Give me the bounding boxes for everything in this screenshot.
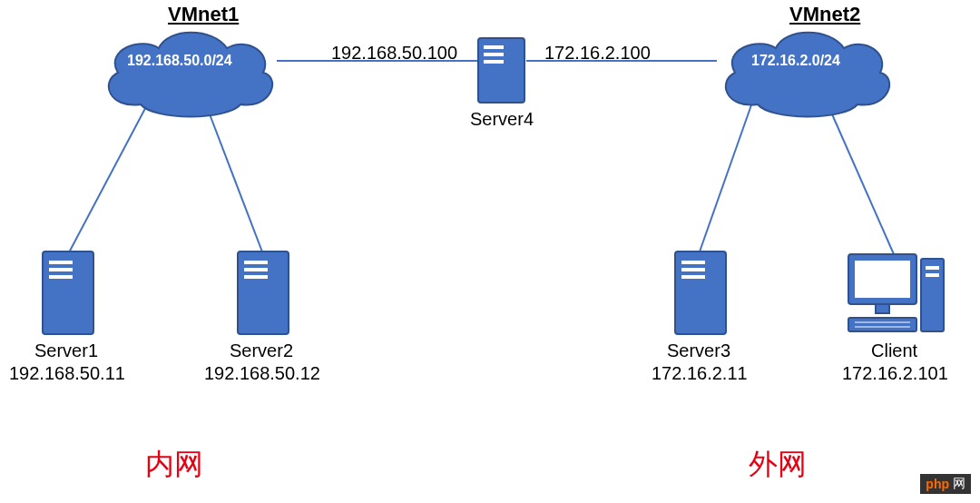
svg-line-5 <box>826 100 894 254</box>
vmnet2-title: VMnet2 <box>789 3 860 26</box>
svg-rect-24 <box>926 273 939 277</box>
cloud-vmnet2 <box>708 23 898 123</box>
server4-right-ip: 172.16.2.100 <box>544 43 651 64</box>
server1-icon <box>41 250 95 336</box>
client-name: Client <box>871 340 917 361</box>
server3-icon <box>673 250 728 336</box>
svg-line-1 <box>204 100 263 254</box>
server2-icon <box>236 250 290 336</box>
svg-rect-26 <box>855 261 910 298</box>
svg-rect-7 <box>484 45 504 49</box>
cloud-vmnet1 <box>91 23 281 123</box>
zone-right-label: 外网 <box>749 445 807 485</box>
server2-ip: 192.168.50.12 <box>204 363 320 384</box>
vmnet1-cidr: 192.168.50.0/24 <box>127 53 232 69</box>
svg-rect-19 <box>681 261 705 264</box>
watermark-suffix: 网 <box>953 476 965 492</box>
svg-rect-12 <box>49 268 73 271</box>
svg-line-4 <box>699 100 753 254</box>
watermark-badge: php 网 <box>920 474 971 494</box>
watermark-prefix: php <box>926 477 949 491</box>
server1-name: Server1 <box>34 340 98 361</box>
server4-icon <box>476 36 526 104</box>
svg-rect-17 <box>244 275 268 279</box>
svg-rect-11 <box>49 261 73 264</box>
server4-name: Server4 <box>470 109 534 130</box>
zone-left-label: 内网 <box>145 445 203 485</box>
svg-rect-20 <box>681 268 705 271</box>
server3-name: Server3 <box>667 340 730 361</box>
svg-rect-28 <box>848 318 916 331</box>
svg-rect-23 <box>926 266 939 270</box>
client-icon <box>844 250 948 336</box>
svg-rect-13 <box>49 275 73 279</box>
vmnet2-cidr: 172.16.2.0/24 <box>751 53 840 69</box>
diagram-canvas: { "clouds": { "vmnet1": { "title": "VMne… <box>0 0 980 503</box>
svg-rect-16 <box>244 268 268 271</box>
svg-line-0 <box>68 100 150 254</box>
svg-rect-21 <box>681 275 705 279</box>
vmnet1-title: VMnet1 <box>168 3 239 26</box>
svg-rect-8 <box>484 53 504 56</box>
server3-ip: 172.16.2.11 <box>652 363 748 384</box>
svg-rect-15 <box>244 261 268 264</box>
server2-name: Server2 <box>230 340 293 361</box>
svg-rect-9 <box>484 60 504 64</box>
svg-rect-27 <box>876 304 889 313</box>
client-ip: 172.16.2.101 <box>842 363 948 384</box>
server4-left-ip: 192.168.50.100 <box>331 43 457 64</box>
server1-ip: 192.168.50.11 <box>9 363 125 384</box>
